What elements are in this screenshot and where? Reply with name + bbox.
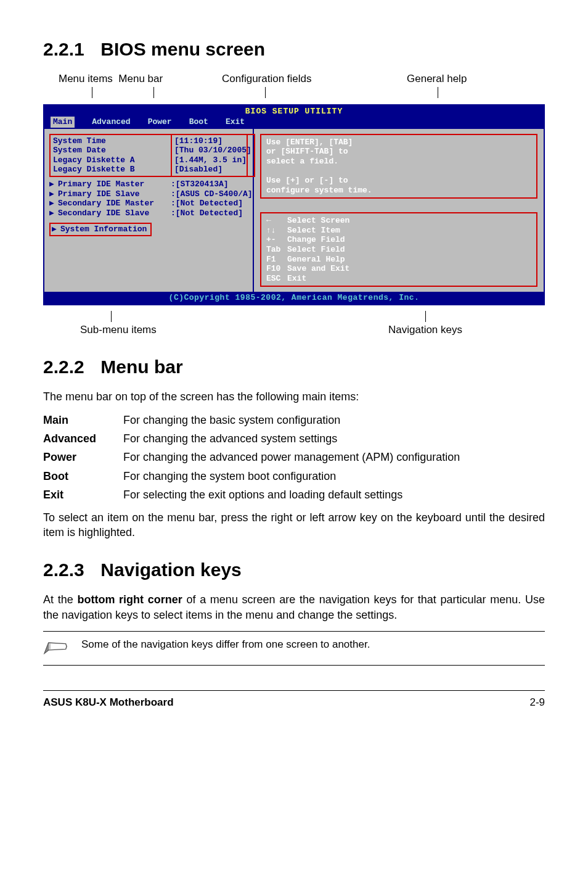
submenu-items-highlight: ▶System Information [49, 223, 152, 236]
config-fields-highlight: [11:10:19] [Thu 03/10/2005] [1.44M, 3.5 … [171, 134, 255, 177]
term-power: Power [43, 448, 123, 466]
section-number: 2.2.2 [43, 355, 96, 380]
cfg-system-date[interactable]: [Thu 03/10/2005] [174, 146, 251, 155]
triangle-right-icon: ▶ [49, 179, 58, 189]
navigation-keys-paragraph: At the bottom right corner of a menu scr… [43, 592, 545, 622]
term-boot: Boot [43, 467, 123, 485]
general-help-box: Use [ENTER], [TAB] or [SHIFT-TAB] to sel… [260, 134, 537, 199]
triangle-right-icon: ▶ [49, 199, 58, 208]
table-row: ExitFor selecting the exit options and l… [43, 485, 460, 504]
menu-bar-definitions-table: MainFor changing the basic system config… [43, 411, 460, 504]
arrows-up-down-icon: ↑↓ [266, 226, 287, 236]
section-heading-menu-bar: 2.2.2 Menu bar [43, 355, 545, 380]
label-navigation-keys: Navigation keys [388, 323, 462, 337]
bios-right-pane: Use [ENTER], [TAB] or [SHIFT-TAB] to sel… [254, 129, 544, 292]
desc-advanced: For changing the advanced system setting… [123, 429, 460, 448]
label-menu-items: Menu items [59, 73, 113, 85]
cfg-primary-ide-slave: :[ASUS CD-S400/A] [171, 189, 255, 199]
navigation-keys-box: ←Select Screen ↑↓Select Item +-Change Fi… [260, 212, 537, 287]
bios-menu-bar: Main Advanced Power Boot Exit [44, 117, 544, 129]
bios-tab-main[interactable]: Main [51, 117, 75, 128]
cfg-secondary-ide-slave: :[Not Detected] [171, 208, 255, 218]
term-main: Main [43, 411, 123, 429]
bios-tab-power[interactable]: Power [148, 117, 172, 128]
triangle-right-icon: ▶ [49, 208, 58, 218]
bios-tab-exit[interactable]: Exit [226, 117, 245, 128]
cfg-primary-ide-master: :[ST320413A] [171, 179, 255, 189]
note-text: Some of the navigation keys differ from … [81, 638, 545, 652]
bios-top-annotations: Menu items Menu bar Configuration fields… [43, 72, 545, 104]
term-advanced: Advanced [43, 429, 123, 448]
desc-boot: For changing the system boot configurati… [123, 467, 460, 485]
submenu-system-information[interactable]: ▶System Information [52, 225, 147, 234]
footer-page-number: 2-9 [529, 696, 545, 710]
arrow-left-icon: ← [266, 216, 287, 226]
menu-bar-outro: To select an item on the menu bar, press… [43, 510, 545, 540]
cfg-legacy-diskette-a[interactable]: [1.44M, 3.5 in] [174, 155, 251, 165]
page-footer: ASUS K8U-X Motherboard 2-9 [43, 690, 545, 710]
triangle-right-icon: ▶ [52, 225, 60, 234]
section-title-text: BIOS menu screen [100, 39, 265, 59]
section-heading-navigation-keys: 2.2.3 Navigation keys [43, 558, 545, 583]
desc-exit: For selecting the exit options and loadi… [123, 485, 460, 504]
table-row: AdvancedFor changing the advanced system… [43, 429, 460, 448]
bios-tab-boot[interactable]: Boot [189, 117, 208, 128]
table-row: BootFor changing the system boot configu… [43, 467, 460, 485]
bios-left-pane: System Time System Date Legacy Diskette … [44, 129, 254, 292]
bios-copyright-footer: (C)Copyright 1985-2002, American Megatre… [44, 292, 544, 304]
note-callout: Some of the navigation keys differ from … [43, 631, 545, 666]
bios-screenshot: BIOS SETUP UTILITY Main Advanced Power B… [43, 104, 545, 305]
cfg-system-time[interactable]: [11:10:19] [174, 136, 251, 146]
label-submenu-items: Sub-menu items [80, 323, 157, 337]
pencil-note-icon [43, 638, 70, 659]
bios-bottom-annotations: Sub-menu items Navigation keys [43, 305, 545, 337]
config-fields-column: [11:10:19] [Thu 03/10/2005] [1.44M, 3.5 … [171, 134, 255, 218]
cfg-legacy-diskette-b[interactable]: [Disabled] [174, 165, 251, 175]
desc-power: For changing the advanced power manageme… [123, 448, 460, 466]
bios-title: BIOS SETUP UTILITY [44, 105, 544, 117]
cfg-secondary-ide-master: :[Not Detected] [171, 199, 255, 208]
label-menu-bar: Menu bar [118, 73, 163, 85]
label-general-help: General help [407, 72, 467, 86]
triangle-right-icon: ▶ [49, 189, 58, 199]
menu-bar-intro: The menu bar on top of the screen has th… [43, 389, 545, 404]
bios-tab-advanced[interactable]: Advanced [92, 117, 130, 128]
section-title-text: Navigation keys [100, 559, 241, 580]
desc-main: For changing the basic system configurat… [123, 411, 460, 429]
label-config-fields: Configuration fields [222, 72, 312, 86]
section-number: 2.2.3 [43, 558, 96, 583]
section-title-text: Menu bar [100, 357, 182, 377]
footer-product-name: ASUS K8U-X Motherboard [43, 696, 174, 710]
table-row: MainFor changing the basic system config… [43, 411, 460, 429]
section-heading-bios-menu-screen: 2.2.1 BIOS menu screen [43, 37, 545, 62]
section-number: 2.2.1 [43, 37, 96, 62]
term-exit: Exit [43, 485, 123, 504]
table-row: PowerFor changing the advanced power man… [43, 448, 460, 466]
